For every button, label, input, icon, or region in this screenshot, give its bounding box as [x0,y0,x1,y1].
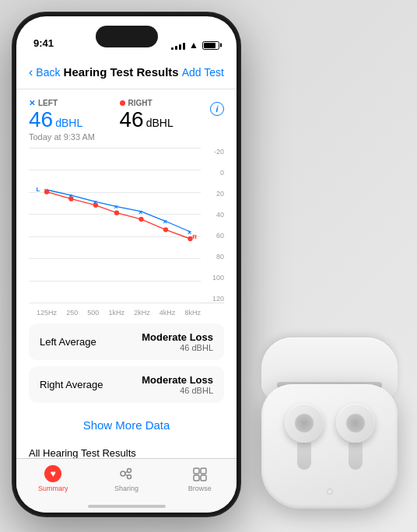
right-dot1 [44,190,49,194]
signal-bars-icon [171,40,185,50]
left-average-card: Left Average Moderate Loss 46 dBHL [29,324,224,360]
show-more-button[interactable]: Show More Data [16,409,237,441]
right-label: RIGHT [120,99,195,107]
right-average-label: Right Average [40,379,103,390]
heart-icon: ♥ [44,465,61,482]
left-average-label: Left Average [40,336,96,348]
back-label: Back [36,66,60,79]
battery-fill [204,43,216,48]
y-label-3: 40 [201,211,224,219]
all-results-label: All Hearing Test Results [29,447,136,458]
y-label-6: 100 [201,274,224,282]
y-label-2: 20 [201,190,224,198]
phone-screen: 9:41 ▲ ‹ Bac [16,16,237,513]
left-x6: × [163,218,166,226]
y-label-1: 0 [201,169,224,177]
svg-point-0 [121,471,125,476]
tab-browse-label: Browse [188,485,212,492]
tab-summary[interactable]: ♥ Summary [16,465,89,492]
signal-bar-1 [171,47,173,50]
svg-rect-7 [194,475,199,481]
airpod-left [279,404,329,470]
left-x5: × [138,208,142,216]
home-indicator [88,505,166,508]
back-button[interactable]: ‹ Back [29,65,60,79]
left-reading: ✕ LEFT 46 dBHL Today at 9:33 AM [29,99,104,142]
show-more-label: Show More Data [83,418,170,432]
tab-browse[interactable]: Browse [163,465,237,492]
right-dot4 [114,211,119,215]
x-label-250: 250 [66,309,78,317]
x-label-4k: 4kHz [159,309,176,317]
left-ear-label: L [37,186,40,193]
left-value-row: 46 dBHL [29,109,104,131]
svg-rect-6 [201,468,206,474]
status-time: 9:41 [33,37,54,51]
x-label-1k: 1kHz [109,309,125,317]
x-label-8k: 8kHz [184,309,201,317]
case-led-icon [327,488,333,495]
tab-summary-label: Summary [38,485,68,492]
browse-icon [191,465,208,482]
x-label-500: 500 [87,309,99,317]
pod-right-mesh [345,413,366,433]
y-label-4: 60 [201,232,224,240]
right-dot3 [93,203,98,208]
left-marker-icon: ✕ [29,99,35,107]
svg-line-3 [125,471,128,473]
chart-x-labels: 125Hz 250 500 1kHz 2kHz 4kHz 8kHz [37,309,201,317]
right-value-row: 46 dBHL [120,109,195,131]
content: ✕ LEFT 46 dBHL Today at 9:33 AM RIGHT [16,89,237,458]
pod-left-head [285,404,324,443]
chart-y-labels: -20 0 20 40 60 80 100 120 [201,148,224,303]
all-results: All Hearing Test Results [16,441,237,458]
svg-point-1 [128,469,131,473]
left-x7: × [187,229,191,236]
svg-rect-5 [194,468,199,474]
right-average-card: Right Average Moderate Loss 46 dBHL [29,366,224,403]
right-reading: RIGHT 46 dBHL [120,99,195,142]
signal-bar-4 [183,43,185,50]
tab-sharing[interactable]: Sharing [89,465,163,492]
left-label-text: LEFT [38,99,58,107]
x-label-2k: 2kHz [134,309,150,317]
pod-right-stem [349,443,363,470]
left-x4: × [114,203,117,211]
x-label-125: 125Hz [37,309,57,317]
right-average-value: Moderate Loss 46 dBHL [142,374,213,395]
readings-row: ✕ LEFT 46 dBHL Today at 9:33 AM RIGHT [16,89,237,148]
left-value: 46 [29,109,53,131]
data-cards: Left Average Moderate Loss 46 dBHL Right… [16,324,237,403]
airpod-right [330,404,380,470]
tab-sharing-label: Sharing [114,485,138,492]
add-test-button[interactable]: Add Test [182,66,224,79]
pod-left-mesh [294,413,314,433]
nav-bar: ‹ Back Hearing Test Results Add Test [16,55,237,89]
right-value: 46 [120,109,144,131]
back-arrow-icon: ‹ [29,65,33,79]
airpods-case [254,345,409,509]
right-dot2 [68,197,73,201]
right-ear-label: R [192,233,197,240]
right-average-sub: 46 dBHL [142,386,213,395]
sharing-icon [117,465,135,482]
left-unit: dBHL [55,117,82,129]
pod-left-stem [297,443,311,470]
y-label-5: 80 [201,253,224,261]
dynamic-island [96,26,158,47]
svg-rect-8 [201,475,206,481]
right-dot6 [163,227,168,232]
right-marker-icon [120,100,125,106]
left-average-value: Moderate Loss 46 dBHL [142,331,213,352]
info-icon[interactable]: i [210,102,224,116]
y-label-7: 120 [201,295,224,303]
pod-right-head [336,404,375,443]
phone: 9:41 ▲ ‹ Bac [12,12,241,517]
scene: 9:41 ▲ ‹ Bac [0,0,417,532]
signal-bar-2 [175,46,177,50]
case-body [261,384,398,509]
right-label-text: RIGHT [128,99,152,107]
grid-line-8 [29,303,201,303]
battery-icon [202,41,219,50]
left-average-sub: 46 dBHL [142,343,213,352]
